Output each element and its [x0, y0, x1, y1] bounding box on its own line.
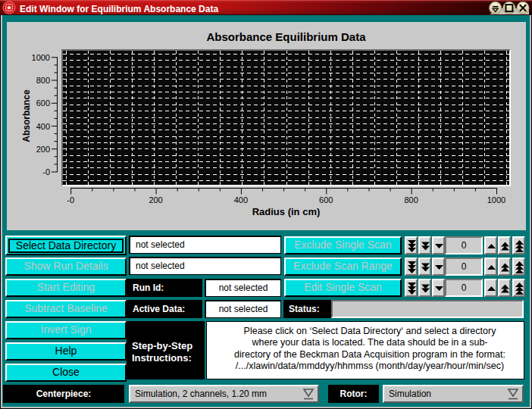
svg-text:800: 800 [36, 76, 50, 85]
svg-text:-0: -0 [42, 167, 50, 176]
svg-text:1000: 1000 [32, 53, 50, 62]
svg-text:400: 400 [234, 195, 248, 204]
svg-text:400: 400 [36, 122, 50, 131]
svg-text:600: 600 [319, 195, 333, 204]
svg-text:600: 600 [36, 98, 50, 108]
svg-text:200: 200 [149, 195, 162, 204]
svg-text:-0: -0 [67, 195, 74, 204]
svg-text:1000: 1000 [487, 195, 505, 204]
svg-text:200: 200 [36, 145, 50, 154]
svg-text:800: 800 [404, 195, 418, 204]
